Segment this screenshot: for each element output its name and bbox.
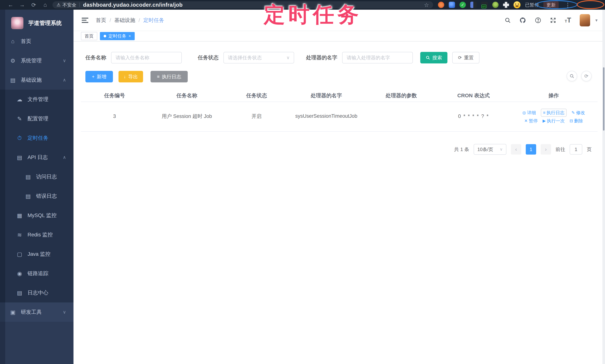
sidebar-item-dev-tools[interactable]: ▣ 研发工具 ∨ (0, 302, 74, 322)
page-1-button[interactable]: 1 (526, 144, 536, 155)
tab-scheduled-tasks[interactable]: 定时任务 × (100, 32, 135, 40)
github-icon[interactable] (519, 17, 526, 24)
download-icon: ↓ (124, 74, 126, 79)
refresh-table-button[interactable]: ⟳ (581, 71, 592, 81)
scrollbar-thumb[interactable] (603, 67, 605, 130)
sidebar-item-config-management[interactable]: ✎ 配置管理 (0, 109, 74, 128)
next-page-button[interactable]: › (541, 144, 551, 155)
exec-log-link[interactable]: ≡ 执行日志 (541, 109, 567, 117)
col-handler-name: 处理器的名字 (288, 90, 365, 102)
prev-page-button[interactable]: ‹ (511, 144, 521, 155)
task-status-select[interactable]: 请选择任务状态 ∨ (224, 52, 294, 64)
forward-icon[interactable]: → (16, 2, 28, 8)
home-icon[interactable]: ⌂ (39, 2, 51, 8)
user-avatar[interactable] (580, 14, 590, 26)
pause-link[interactable]: ✕ 暂停 (524, 118, 538, 124)
export-button[interactable]: ↓ 导出 (118, 71, 143, 82)
database-icon: ▦ (16, 212, 24, 219)
col-cron: CRON 表达式 (437, 90, 510, 102)
delete-link[interactable]: ⊟ 删除 (569, 118, 583, 124)
sidebar-item-java-monitor[interactable]: ▢ Java 监控 (0, 244, 74, 264)
scrollbar[interactable] (602, 10, 605, 364)
close-tab-icon[interactable]: × (129, 34, 131, 39)
breadcrumb: 首页 / 基础设施 / 定时任务 (96, 17, 164, 24)
sidebar: 芋道管理系统 ⌂ 首页 ⚙ 系统管理 ∨ ▤ 基础设施 ∧ ☁ 文件管理 ✎ 配… (0, 10, 74, 364)
chevron-down-icon: ∨ (63, 310, 66, 315)
extensions-puzzle-icon[interactable] (503, 2, 509, 8)
edit-link[interactable]: ✎ 修改 (572, 110, 585, 116)
sidebar-item-file-management[interactable]: ☁ 文件管理 (0, 90, 74, 109)
divider (79, 3, 80, 7)
exec-log-button[interactable]: ≡ 执行日志 (150, 71, 188, 82)
run-once-link[interactable]: ▶ 执行一次 (542, 118, 565, 124)
extension-plant-icon[interactable] (492, 2, 499, 8)
emoji-extension-icon[interactable] (513, 1, 521, 8)
goto-page-input[interactable] (570, 144, 582, 155)
tags-view-bar: 首页 定时任务 × (74, 31, 605, 41)
extension-green-check-icon[interactable]: ✓ (460, 2, 466, 8)
bookmark-star-icon[interactable]: ☆ (424, 2, 429, 8)
sidebar-scroll-gutter (0, 10, 5, 364)
top-navbar: 首页 / 基础设施 / 定时任务 (74, 10, 605, 31)
cloud-upload-icon: ☁ (16, 96, 24, 103)
page-size-select[interactable]: 10条/页 ∨ (474, 144, 506, 155)
font-size-icon[interactable]: TT (565, 16, 571, 24)
fullscreen-icon[interactable] (550, 17, 556, 24)
extension-grid-icon[interactable] (470, 2, 477, 8)
extension-paused-badge: 已暂停 (525, 2, 539, 8)
extension-on-icon[interactable]: on (481, 2, 488, 8)
sidebar-item-mysql-monitor[interactable]: ▦ MySQL 监控 (0, 206, 74, 225)
sidebar-item-scheduled-tasks[interactable]: ⏱ 定时任务 (0, 128, 74, 148)
log-icon: ▤ (16, 154, 24, 161)
tab-home[interactable]: 首页 (81, 32, 97, 40)
app-logo-row[interactable]: 芋道管理系统 (0, 10, 74, 32)
search-button[interactable]: 搜索 (420, 52, 447, 64)
reload-icon[interactable]: ⟳ (28, 2, 39, 8)
sidebar-item-redis-monitor[interactable]: ≋ Redis 监控 (0, 225, 74, 244)
search-icon[interactable] (505, 17, 511, 24)
breadcrumb-home[interactable]: 首页 (96, 17, 106, 24)
toggle-search-button[interactable] (567, 71, 577, 81)
chrome-update-button[interactable]: 更新 (543, 1, 559, 9)
col-task-id: 任务编号 (81, 90, 148, 102)
sidebar-item-system-management[interactable]: ⚙ 系统管理 ∨ (0, 51, 74, 70)
task-name-input[interactable] (111, 52, 182, 64)
log-icon: ≡ (543, 110, 545, 115)
address-bar[interactable]: ⚠ 不安全 dashboard.yudao.iocoder.cn/infra/j… (53, 1, 433, 8)
task-name-label: 任务名称 (85, 54, 106, 61)
document-icon: ▤ (24, 193, 32, 199)
sidebar-item-api-logs[interactable]: ▤ API 日志 ∧ (0, 148, 74, 167)
help-icon[interactable] (535, 17, 541, 24)
reset-button[interactable]: ⟳ 重置 (452, 52, 479, 64)
avatar-caret-icon[interactable]: ▾ (595, 18, 598, 23)
handler-name-input[interactable] (342, 52, 413, 64)
detail-icon: ◎ (522, 110, 526, 115)
extension-blue-icon[interactable] (449, 2, 455, 8)
detail-link[interactable]: ◎ 详细 (522, 110, 536, 116)
chrome-menu-icon[interactable]: ⋮ (563, 2, 572, 8)
breadcrumb-separator: / (110, 17, 111, 23)
extension-orange-icon[interactable] (438, 2, 444, 8)
chevron-up-icon: ∧ (63, 77, 66, 83)
table-row: 3 用户 Session 超时 Job 开启 sysUserSessionTim… (81, 102, 598, 131)
sidebar-collapse-icon[interactable] (81, 16, 89, 24)
breadcrumb-infrastructure[interactable]: 基础设施 (114, 17, 135, 24)
add-button[interactable]: + 新增 (85, 71, 113, 82)
edit-icon: ✎ (16, 116, 24, 122)
sidebar-item-error-logs[interactable]: ▤ 错误日志 (0, 186, 74, 206)
sidebar-item-log-center[interactable]: ▤ 日志中心 (0, 283, 74, 302)
search-form: 任务名称 任务状态 请选择任务状态 ∨ 处理器的名字 搜索 ⟳ (74, 41, 605, 64)
back-icon[interactable]: ← (5, 2, 16, 8)
sidebar-item-trace[interactable]: ◉ 链路追踪 (0, 264, 74, 283)
pagination-total: 共 1 条 (454, 146, 469, 153)
sidebar-item-infrastructure[interactable]: ▤ 基础设施 ∧ (0, 70, 74, 90)
active-tab-dot (104, 35, 106, 37)
sidebar-item-home[interactable]: ⌂ 首页 (0, 32, 74, 51)
goto-label: 前往 (555, 146, 565, 153)
table-toolbar: + 新增 ↓ 导出 ≡ 执行日志 ⟳ (74, 64, 605, 82)
breadcrumb-current: 定时任务 (144, 17, 164, 24)
home-icon: ⌂ (9, 38, 17, 44)
pause-icon: ✕ (524, 118, 528, 123)
run-icon: ▶ (542, 118, 546, 123)
sidebar-item-access-logs[interactable]: ▤ 访问日志 (0, 167, 74, 186)
